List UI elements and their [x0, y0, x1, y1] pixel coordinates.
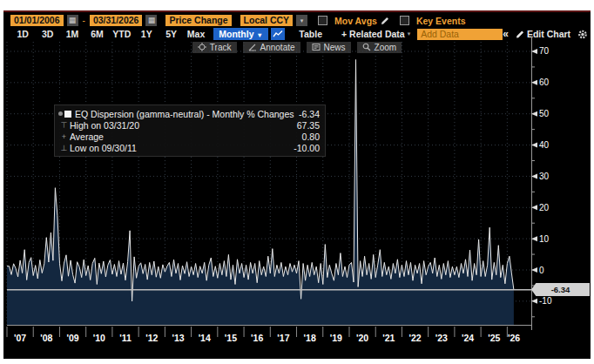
svg-text:'17: '17	[277, 333, 289, 343]
average-value: 0.80	[302, 131, 320, 142]
svg-text:'16: '16	[251, 333, 263, 343]
svg-text:'09: '09	[66, 333, 78, 343]
low-label: Low on 09/30/11	[70, 143, 294, 153]
svg-text:'26: '26	[508, 333, 520, 343]
svg-text:40: 40	[539, 140, 550, 150]
svg-text:30: 30	[539, 172, 550, 181]
svg-text:'18: '18	[304, 333, 316, 343]
svg-text:'24: '24	[462, 333, 474, 343]
svg-text:'25: '25	[488, 333, 500, 343]
svg-text:-10: -10	[539, 296, 552, 306]
x-axis-labels: '07'08'09'10'11'12'13'14'15'16'17'18'19'…	[7, 327, 520, 343]
screenshot: -10010203040506070'07'08'09'10'11'12'13'…	[0, 0, 594, 364]
svg-text:'23: '23	[435, 333, 448, 343]
series-last-value: -6.34	[299, 109, 320, 119]
chart-panel: -10010203040506070'07'08'09'10'11'12'13'…	[3, 10, 591, 359]
average-label: Average	[70, 131, 302, 142]
high-marker-icon: ⊤	[58, 121, 70, 130]
low-value: -10.00	[294, 143, 320, 153]
svg-text:'19: '19	[330, 333, 342, 343]
legend-high-row: ⊤ High on 03/31/20 67.35	[58, 119, 320, 131]
svg-text:'22: '22	[408, 333, 421, 343]
high-label: High on 03/31/20	[70, 120, 297, 131]
svg-text:70: 70	[539, 46, 550, 56]
high-value: 67.35	[297, 120, 320, 131]
svg-text:'11: '11	[119, 333, 132, 343]
legend-low-row: ⊥ Low on 09/30/11 -10.00	[58, 142, 320, 153]
low-marker-icon: ⊥	[58, 144, 70, 152]
last-value-badge: -6.34 GSVIDUG6	[531, 283, 590, 296]
svg-text:20: 20	[539, 203, 550, 212]
series-title: EQ Dispersion (gamma-neutral) - Monthly …	[75, 109, 299, 119]
y-axis-labels: -10010203040506070	[531, 46, 552, 316]
svg-text:'08: '08	[40, 333, 52, 343]
series-line	[7, 60, 514, 301]
svg-text:'21: '21	[382, 333, 395, 343]
svg-text:'20: '20	[356, 333, 368, 343]
svg-text:'13: '13	[172, 333, 184, 343]
svg-text:'10: '10	[93, 333, 105, 343]
svg-text:'12: '12	[145, 333, 158, 343]
svg-text:'15: '15	[225, 333, 237, 343]
svg-text:50: 50	[539, 109, 550, 118]
legend-series-row: EQ Dispersion (gamma-neutral) - Monthly …	[58, 108, 320, 119]
svg-text:0: 0	[539, 266, 544, 275]
svg-text:'14: '14	[199, 333, 211, 343]
svg-text:60: 60	[539, 78, 550, 87]
svg-text:'07: '07	[14, 333, 26, 343]
drag-handle-icon[interactable]	[58, 111, 63, 116]
series-area	[7, 60, 514, 326]
chart-legend[interactable]: EQ Dispersion (gamma-neutral) - Monthly …	[54, 104, 326, 157]
series-marker-icon	[64, 111, 71, 118]
svg-text:10: 10	[539, 234, 550, 244]
legend-average-row: + Average 0.80	[58, 131, 320, 142]
average-marker-icon: +	[58, 132, 70, 141]
price-chart[interactable]: -10010203040506070'07'08'09'10'11'12'13'…	[3, 12, 591, 361]
